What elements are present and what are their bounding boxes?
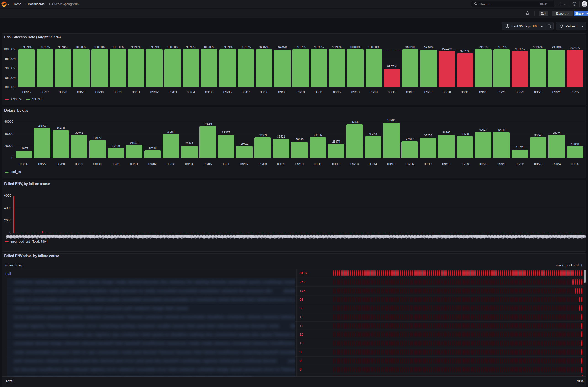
svg-text:?: ? bbox=[574, 2, 575, 5]
